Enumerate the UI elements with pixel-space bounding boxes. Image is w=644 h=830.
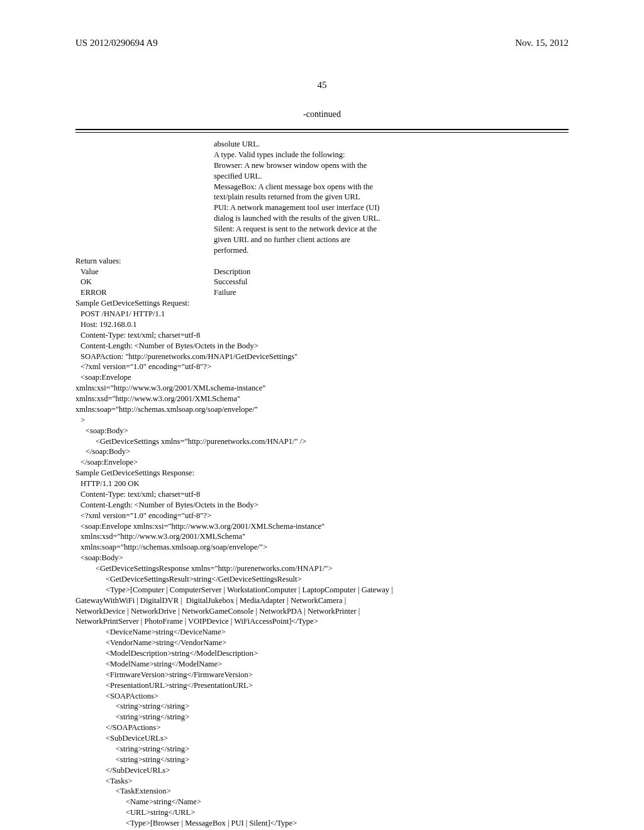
- body-line: xmlns:soap="http://schemas.xmlsoap.org/s…: [75, 404, 569, 415]
- body-line: xmlns:xsd="http://www.w3.org/2001/XMLSch…: [75, 394, 569, 404]
- publication-number: US 2012/0290694 A9: [75, 38, 158, 48]
- body-line: Sample GetDeviceSettings Response:: [75, 468, 569, 479]
- body-line: <soap:Envelope xmlns:xsi="http://www.w3.…: [75, 521, 569, 532]
- body-line: <soap:Body>: [75, 553, 569, 563]
- body-line: <URL>string</URL>: [75, 807, 569, 818]
- body-line: Host: 192.168.0.1: [75, 319, 569, 330]
- body-line: Content-Length: <Number of Bytes/Octets …: [75, 341, 569, 351]
- body-line: text/plain results returned from the giv…: [75, 192, 569, 202]
- body-line: <SubDeviceURLs>: [75, 733, 569, 744]
- body-line: specified URL.: [75, 171, 569, 182]
- body-line: </soap:Body>: [75, 446, 569, 457]
- body-line: ValueDescription: [75, 267, 569, 277]
- continued-label: -continued: [75, 109, 569, 119]
- body-line: <ModelDescription>string</ModelDescripti…: [75, 648, 569, 659]
- page-number: 45: [75, 80, 569, 91]
- body-line: </SubDeviceURLs>: [75, 765, 569, 776]
- body-line: POST /HNAP1/ HTTP/1.1: [75, 309, 569, 319]
- body-line: <FirmwareVersion>string</FirmwareVersion…: [75, 670, 569, 680]
- body-line: <GetDeviceSettings xmlns="http://purenet…: [75, 436, 569, 447]
- body-line: Silent: A request is sent to the network…: [75, 224, 569, 235]
- body-line: Content-Type: text/xml; charset=utf-8: [75, 330, 569, 341]
- body-line: PUI: A network management tool user inte…: [75, 202, 569, 213]
- body-line: MessageBox: A client message box opens w…: [75, 182, 569, 192]
- body-line: OKSuccessful: [75, 277, 569, 287]
- body-line: <TaskExtension>: [75, 786, 569, 797]
- body-line: Content-Type: text/xml; charset=utf-8: [75, 489, 569, 500]
- body-line: <DeviceName>string</DeviceName>: [75, 627, 569, 638]
- document-body: absolute URL.A type. Valid types include…: [75, 133, 569, 830]
- body-line: <Type>[Browser | MessageBox | PUI | Sile…: [75, 818, 569, 829]
- body-line: HTTP/1.1 200 OK: [75, 479, 569, 489]
- body-line: </soap:Envelope>: [75, 457, 569, 468]
- body-line: <soap:Body>: [75, 426, 569, 436]
- publication-date: Nov. 15, 2012: [515, 38, 569, 48]
- body-line: NetworkDevice | NetworkDrive | NetworkGa…: [75, 606, 569, 617]
- body-line: <?xml version="1.0" encoding="utf-8"?>: [75, 362, 569, 372]
- body-line: <ModelName>string</ModelName>: [75, 659, 569, 670]
- body-line: absolute URL.: [75, 139, 569, 150]
- body-line: ERRORFailure: [75, 287, 569, 298]
- body-line: <VendorName>string</VendorName>: [75, 638, 569, 648]
- body-line: <Type>[Computer | ComputerServer | Works…: [75, 585, 569, 595]
- body-line: </SOAPActions>: [75, 722, 569, 733]
- body-line: Sample GetDeviceSettings Request:: [75, 298, 569, 309]
- body-line: <string>string</string>: [75, 712, 569, 722]
- body-line: <GetDeviceSettingsResponse xmlns="http:/…: [75, 563, 569, 574]
- body-line: <GetDeviceSettingsResult>string</GetDevi…: [75, 574, 569, 585]
- body-line: Browser: A new browser window opens with…: [75, 160, 569, 171]
- body-line: <?xml version="1.0" encoding="utf-8"?>: [75, 511, 569, 521]
- body-line: <string>string</string>: [75, 701, 569, 712]
- body-line: A type. Valid types include the followin…: [75, 150, 569, 160]
- body-line: NetworkPrintServer | PhotoFrame | VOIPDe…: [75, 616, 569, 627]
- rule-top-thick: [75, 129, 569, 130]
- body-line: xmlns:xsd="http://www.w3.org/2001/XMLSch…: [75, 531, 569, 542]
- body-line: <PresentationURL>string</PresentationURL…: [75, 680, 569, 691]
- body-line: >: [75, 415, 569, 426]
- body-line: <soap:Envelope: [75, 372, 569, 383]
- body-line: given URL and no further client actions …: [75, 235, 569, 245]
- body-line: GatewayWithWiFi | DigitalDVR | DigitalJu…: [75, 595, 569, 606]
- document-header: US 2012/0290694 A9 Nov. 15, 2012: [75, 38, 569, 48]
- body-line: dialog is launched with the results of t…: [75, 213, 569, 224]
- body-line: <string>string</string>: [75, 744, 569, 755]
- body-line: <SOAPActions>: [75, 691, 569, 702]
- body-line: <string>string</string>: [75, 755, 569, 765]
- body-line: performed.: [75, 245, 569, 256]
- body-line: xmlns:xsi="http://www.w3.org/2001/XMLsch…: [75, 383, 569, 394]
- body-line: <Tasks>: [75, 776, 569, 787]
- body-line: Content-Length: <Number of Bytes/Octets …: [75, 500, 569, 511]
- body-line: xmlns:soap="http://schemas.xmlsoap.org/s…: [75, 542, 569, 553]
- body-line: Return values:: [75, 256, 569, 267]
- body-line: SOAPAction: "http://purenetworks.com/HNA…: [75, 351, 569, 362]
- body-line: <Name>string</Name>: [75, 797, 569, 807]
